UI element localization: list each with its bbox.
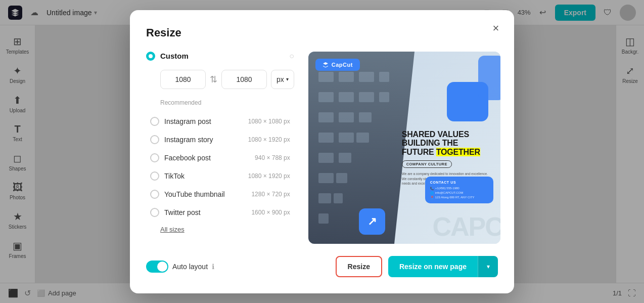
preview-company-badge: COMPANY CULTURE [402,160,452,168]
svg-rect-11 [339,112,354,122]
preview-contact-web: 🌐 info@CAPCUT.COM [430,191,488,195]
modal-body: Custom ○ ⇅ px ▾ Recommended [146,52,498,244]
headline-line3: FUTURE TOGETHER [402,148,493,157]
preview-contact-phone: 📞 +1(456) 555-1980 [430,187,488,190]
facebook-post-name: Facebook post [164,154,250,162]
radio-inner-dot [149,54,153,58]
auto-layout-toggle: Auto layout ℹ [146,261,214,273]
dropdown-chevron-icon: ▾ [487,263,490,270]
youtube-thumbnail-dims: 1280 × 720 px [251,191,290,198]
custom-option-row[interactable]: Custom ○ [146,52,294,61]
size-option-instagram-post[interactable]: Instagram post 1080 × 1080 px [146,112,294,131]
svg-rect-2 [318,72,334,82]
unit-select[interactable]: px ▾ [271,70,294,89]
instagram-post-radio[interactable] [150,117,159,126]
size-option-instagram-story[interactable]: Instagram story 1080 × 1920 px [146,131,294,149]
preview-watermark: CAPC [432,213,500,240]
auto-layout-switch[interactable] [146,261,168,273]
preview-contact-address: 📍 123 Along 680 RT, ANY CITY [430,196,488,199]
tiktok-dims: 1080 × 1920 px [248,172,290,180]
facebook-post-dims: 940 × 788 px [255,154,290,161]
globe-icon: 🌐 [430,191,434,195]
arrow-icon: ↗ [367,215,377,228]
toggle-knob [157,262,167,272]
instagram-story-name: Instagram story [164,136,243,144]
svg-rect-10 [318,112,334,122]
svg-rect-4 [359,72,374,82]
svg-rect-20 [318,193,331,203]
dimension-row: ⇅ px ▾ [146,70,294,89]
svg-rect-14 [339,133,354,143]
width-input[interactable] [160,70,206,89]
custom-label: Custom [160,52,189,60]
preview-canvas: CapCut SHARED VALUES BUILDING THE FUTU [308,52,500,244]
dimension-separator: ⇅ [210,74,217,85]
preview-capcut-bar: CapCut [315,59,360,71]
headline-highlight: TOGETHER [436,148,480,156]
resize-button[interactable]: Resize [336,256,382,277]
instagram-post-dims: 1080 × 1080 px [248,118,290,125]
facebook-post-radio[interactable] [150,153,159,162]
preview-capcut-logo-icon [323,62,329,68]
svg-rect-17 [339,153,351,163]
preview-blue-square-right [478,56,500,100]
svg-rect-16 [318,153,334,163]
svg-rect-18 [318,173,334,183]
resize-new-page-group: Resize on new page ▾ [388,256,498,277]
modal-overlay: Resize × Custom ○ ⇅ [0,0,644,303]
headline-line1: SHARED VALUES [402,130,493,139]
svg-rect-22 [318,213,329,224]
resize-new-page-button[interactable]: Resize on new page [388,256,478,277]
tiktok-name: TikTok [164,172,243,180]
save-preset-icon[interactable]: ○ [289,52,294,61]
svg-rect-8 [359,92,374,102]
recommended-section-label: Recommended [146,99,294,106]
auto-layout-label: Auto layout [172,263,208,271]
resize-new-page-dropdown-button[interactable]: ▾ [478,256,498,277]
svg-rect-6 [318,92,334,102]
phone-icon: 📞 [430,187,434,190]
youtube-thumbnail-radio[interactable] [150,190,159,199]
twitter-post-radio[interactable] [150,208,159,217]
preview-background: CapCut SHARED VALUES BUILDING THE FUTU [308,52,500,244]
svg-rect-21 [334,193,343,203]
preview-contact-title: CONTACT US [430,181,488,184]
modal-title: Resize [146,26,498,39]
unit-chevron-icon: ▾ [286,76,289,82]
twitter-post-name: Twitter post [164,208,246,217]
instagram-story-radio[interactable] [150,135,159,144]
size-option-facebook-post[interactable]: Facebook post 940 × 788 px [146,149,294,167]
youtube-thumbnail-name: YouTube thumbnail [164,190,246,198]
unit-label: px [277,75,284,83]
preview-capcut-text: CapCut [332,62,353,68]
location-icon: 📍 [430,196,434,199]
svg-rect-12 [359,112,372,122]
svg-rect-9 [379,92,389,102]
modal-left-panel: Custom ○ ⇅ px ▾ Recommended [146,52,294,244]
resize-modal: Resize × Custom ○ ⇅ [130,10,514,293]
size-option-tiktok[interactable]: TikTok 1080 × 1920 px [146,167,294,185]
height-input[interactable] [221,70,267,89]
svg-rect-7 [339,92,354,102]
modal-footer: Auto layout ℹ Resize Resize on new page … [146,256,498,277]
preview-contact-box: CONTACT US 📞 +1(456) 555-1980 🌐 info@CAP… [425,177,493,203]
svg-rect-15 [356,133,369,143]
tiktok-radio[interactable] [150,171,159,181]
modal-close-button[interactable]: × [488,20,504,36]
modal-preview-panel: CapCut SHARED VALUES BUILDING THE FUTU [308,52,500,244]
headline-line2: BUILDING THE [402,139,493,148]
svg-rect-3 [339,72,354,82]
twitter-post-dims: 1600 × 900 px [251,209,290,216]
preview-arrow-button: ↗ [359,208,385,235]
svg-rect-5 [379,72,389,82]
instagram-story-dims: 1080 × 1920 px [248,136,290,143]
size-option-youtube-thumbnail[interactable]: YouTube thumbnail 1280 × 720 px [146,185,294,203]
custom-radio-selected[interactable] [146,52,155,61]
preview-headline: SHARED VALUES BUILDING THE FUTURE TOGETH… [402,130,493,157]
info-icon[interactable]: ℹ [212,263,214,271]
all-sizes-link[interactable]: All sizes [146,226,294,233]
svg-rect-19 [336,173,347,183]
svg-rect-13 [318,133,334,143]
size-option-twitter-post[interactable]: Twitter post 1600 × 900 px [146,203,294,222]
instagram-post-name: Instagram post [164,117,243,125]
